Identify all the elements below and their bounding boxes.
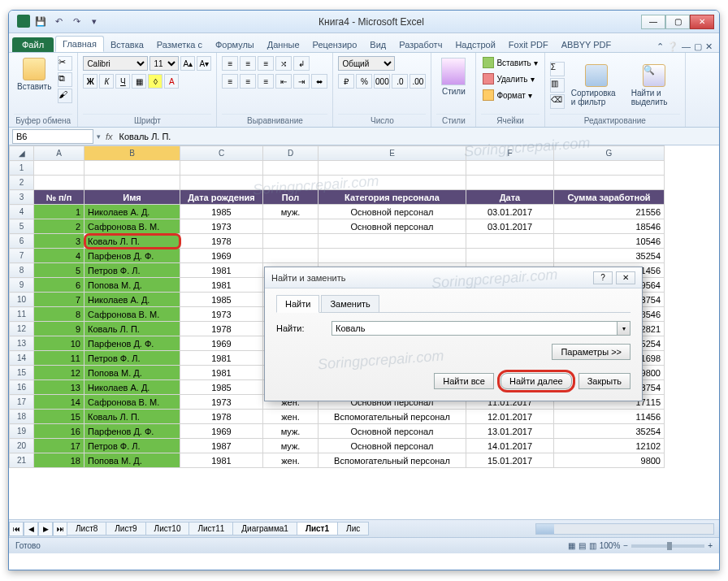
cell[interactable]: Основной персонал	[318, 219, 466, 234]
cell[interactable]	[466, 249, 554, 263]
cell[interactable]: 10546	[554, 234, 665, 249]
maximize-button[interactable]: ▢	[665, 15, 690, 29]
cell[interactable]: Основной персонал	[318, 424, 466, 439]
col-E[interactable]: E	[318, 146, 466, 161]
increase-font-icon[interactable]: A▴	[180, 56, 195, 71]
cell[interactable]: Николаев А. Д.	[84, 205, 180, 219]
align-right-icon[interactable]: ≡	[258, 74, 274, 89]
copy-icon[interactable]: ⧉	[58, 72, 72, 87]
sheet-tab-Лист8[interactable]: Лист8	[67, 522, 106, 535]
bold-icon[interactable]: Ж	[83, 74, 98, 89]
styles-button[interactable]: Стили	[436, 56, 470, 98]
font-color-icon[interactable]: A	[164, 74, 179, 89]
cell[interactable]: 1978	[180, 410, 263, 424]
ribbon-tab-7[interactable]: Разработч	[392, 37, 448, 52]
cell[interactable]: 6	[34, 278, 84, 293]
italic-icon[interactable]: К	[99, 74, 114, 89]
decrease-font-icon[interactable]: A▾	[197, 56, 211, 71]
col-G[interactable]: G	[554, 146, 665, 161]
cell[interactable]: 15.01.2017	[466, 453, 554, 468]
cell[interactable]: 1973	[180, 395, 263, 410]
row-6[interactable]: 6	[10, 234, 34, 249]
row-16[interactable]: 16	[10, 380, 34, 395]
indent-dec-icon[interactable]: ⇤	[275, 74, 292, 89]
cell[interactable]: 1969	[180, 424, 263, 439]
cell[interactable]: Коваль Л. П.	[84, 322, 180, 336]
align-top-icon[interactable]: ≡	[222, 56, 238, 71]
close-button[interactable]: ✕	[690, 15, 714, 29]
cell[interactable]	[318, 249, 466, 263]
cell[interactable]: жен.	[263, 410, 318, 424]
help-icon[interactable]: ❔	[667, 41, 678, 52]
cell[interactable]: Попова М. Д.	[84, 453, 180, 468]
cell[interactable]	[318, 234, 466, 249]
cell[interactable]: 14	[34, 395, 84, 410]
cell[interactable]: 3	[34, 234, 84, 249]
cell[interactable]: Николаев А. Д.	[84, 293, 180, 307]
dialog-help-icon[interactable]: ?	[593, 271, 613, 284]
col-F[interactable]: F	[466, 146, 554, 161]
find-select-button[interactable]: 🔍Найти и выделить	[628, 63, 680, 108]
minimize-ribbon-icon[interactable]: ⌃	[656, 41, 664, 52]
font-name-select[interactable]: Calibri	[83, 56, 148, 71]
cell[interactable]: 1969	[180, 336, 263, 351]
cell[interactable]: 03.01.2017	[466, 205, 554, 219]
cell[interactable]: 5	[34, 263, 84, 278]
dec-decimal-icon[interactable]: .00	[410, 74, 426, 89]
mdi-close-icon[interactable]: ✕	[705, 41, 713, 52]
sheet-tab-Лист11[interactable]: Лист11	[188, 522, 233, 535]
row-4[interactable]: 4	[10, 205, 34, 219]
cell[interactable]: 35254	[554, 424, 665, 439]
cell[interactable]: Коваль Л. П.	[84, 234, 180, 249]
row-10[interactable]: 10	[10, 293, 34, 307]
row-21[interactable]: 21	[10, 453, 34, 468]
cell[interactable]: муж.	[263, 424, 318, 439]
cell[interactable]: 10	[34, 336, 84, 351]
cell[interactable]: 1981	[180, 366, 263, 380]
sort-filter-button[interactable]: Сортировка и фильтр	[568, 63, 625, 108]
cell[interactable]: 11	[34, 351, 84, 366]
redo-icon[interactable]: ↷	[69, 15, 84, 29]
cell[interactable]: 21556	[554, 205, 665, 219]
cell[interactable]: Сафронова В. М.	[84, 395, 180, 410]
cell[interactable]: 1985	[180, 380, 263, 395]
cell[interactable]: муж.	[263, 205, 318, 219]
col-C[interactable]: C	[180, 146, 263, 161]
cell[interactable]: 1981	[180, 453, 263, 468]
row-13[interactable]: 13	[10, 336, 34, 351]
cell[interactable]: 12.01.2017	[466, 410, 554, 424]
col-B[interactable]: B	[84, 146, 180, 161]
ribbon-tab-2[interactable]: Разметка с	[150, 37, 209, 52]
insert-cells-button[interactable]: Вставить ▾	[481, 56, 539, 69]
delete-cells-button[interactable]: Удалить ▾	[481, 72, 535, 85]
sheet-tab-Диаграмма1[interactable]: Диаграмма1	[232, 522, 297, 535]
ribbon-tab-1[interactable]: Вставка	[104, 37, 150, 52]
tab-nav-next-icon[interactable]: ▶	[38, 522, 53, 536]
cell[interactable]: Николаев А. Д.	[84, 380, 180, 395]
cell[interactable]: 4	[34, 249, 84, 263]
cell[interactable]: 13	[34, 380, 84, 395]
namebox-dropdown-icon[interactable]: ▾	[97, 132, 101, 141]
cell[interactable]: 15	[34, 410, 84, 424]
cell[interactable]: Коваль Л. П.	[84, 410, 180, 424]
cell[interactable]: 12102	[554, 439, 665, 453]
cell[interactable]	[466, 234, 554, 249]
sheet-tab-Лис[interactable]: Лис	[337, 522, 369, 535]
find-history-dropdown-icon[interactable]: ▾	[618, 321, 630, 336]
orientation-icon[interactable]: ⤭	[275, 56, 292, 71]
ribbon-tab-10[interactable]: ABBYY PDF	[555, 37, 618, 52]
cell[interactable]: Сафронова В. М.	[84, 307, 180, 322]
col-D[interactable]: D	[263, 146, 318, 161]
view-layout-icon[interactable]: ▤	[578, 541, 586, 550]
zoom-value[interactable]: 100%	[600, 541, 621, 550]
row-8[interactable]: 8	[10, 263, 34, 278]
comma-icon[interactable]: 000	[374, 74, 390, 89]
border-icon[interactable]: ▦	[132, 74, 146, 89]
sheet-tab-Лист10[interactable]: Лист10	[145, 522, 190, 535]
row-19[interactable]: 19	[10, 424, 34, 439]
cell[interactable]: 16	[34, 424, 84, 439]
cell[interactable]: 03.01.2017	[466, 219, 554, 234]
sheet-tab-Лист9[interactable]: Лист9	[106, 522, 145, 535]
fx-icon[interactable]: fx	[106, 132, 113, 141]
cell[interactable]: 11456	[554, 410, 665, 424]
